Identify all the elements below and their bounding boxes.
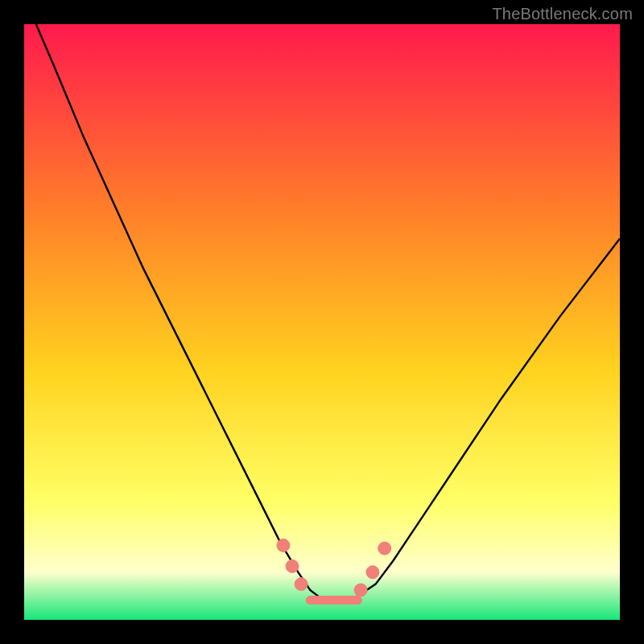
- chart-frame: TheBottleneck.com: [0, 0, 644, 644]
- plot-area: [24, 24, 620, 620]
- curve-marker: [366, 566, 379, 579]
- curve-marker: [277, 539, 290, 552]
- curve-marker: [286, 559, 299, 572]
- curve-marker: [378, 542, 391, 555]
- curve-marker: [295, 578, 308, 591]
- source-attribution: TheBottleneck.com: [492, 5, 633, 23]
- bottleneck-curve: [24, 24, 620, 620]
- curve-marker: [354, 584, 367, 597]
